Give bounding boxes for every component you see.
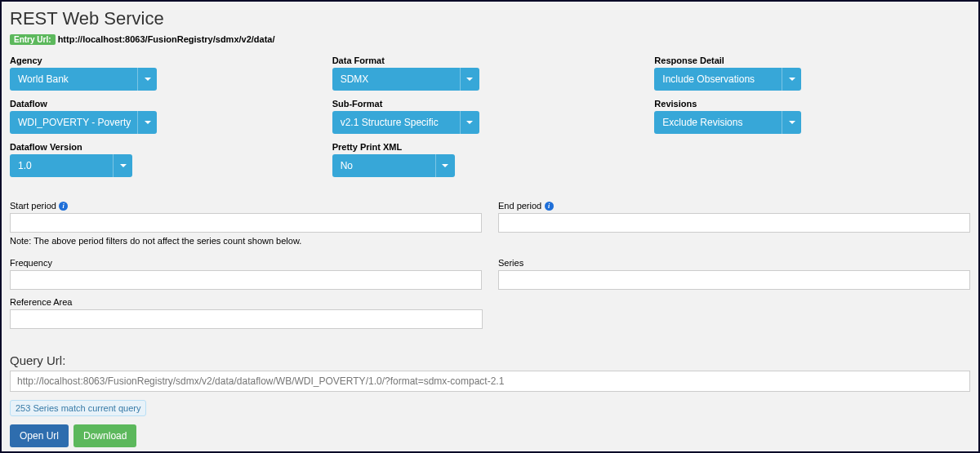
chevron-down-icon <box>120 164 127 167</box>
format-select[interactable]: SDMX <box>332 68 460 91</box>
start-period-input[interactable] <box>10 213 482 233</box>
download-button[interactable]: Download <box>74 424 136 447</box>
agency-label: Agency <box>10 56 326 65</box>
dataflow-caret[interactable] <box>137 111 157 134</box>
period-note: Note: The above period filters do not af… <box>10 236 970 246</box>
version-caret[interactable] <box>113 154 132 177</box>
frequency-input[interactable] <box>10 270 482 290</box>
version-select[interactable]: 1.0 <box>10 154 113 177</box>
dataflow-label: Dataflow <box>10 99 326 109</box>
series-label: Series <box>498 258 523 268</box>
entry-url-badge: Entry Url: <box>10 34 56 45</box>
open-url-button[interactable]: Open Url <box>10 424 69 447</box>
entry-url-text: http://localhost:8063/FusionRegistry/sdm… <box>58 34 275 44</box>
frequency-label: Frequency <box>10 258 52 268</box>
subformat-label: Sub-Format <box>332 99 648 109</box>
format-caret[interactable] <box>460 68 479 91</box>
chevron-down-icon <box>789 121 795 124</box>
chevron-down-icon <box>789 78 795 81</box>
query-url-input[interactable] <box>10 371 970 392</box>
chevron-down-icon <box>466 121 473 124</box>
revisions-label: Revisions <box>654 99 970 109</box>
pretty-label: Pretty Print XML <box>332 142 648 152</box>
subformat-select[interactable]: v2.1 Structure Specific <box>332 111 460 134</box>
series-input[interactable] <box>498 270 970 290</box>
version-label: Dataflow Version <box>10 142 326 152</box>
query-url-label: Query Url: <box>10 353 970 367</box>
format-label: Data Format <box>332 56 648 65</box>
revisions-select[interactable]: Exclude Revisions <box>654 111 782 134</box>
refarea-label: Reference Area <box>10 297 72 307</box>
agency-caret[interactable] <box>137 68 157 91</box>
series-count-badge: 253 Series match current query <box>10 400 146 416</box>
chevron-down-icon <box>442 164 448 167</box>
chevron-down-icon <box>145 121 151 124</box>
info-icon[interactable]: i <box>59 202 68 211</box>
start-period-label: Start period <box>10 201 56 211</box>
detail-label: Response Detail <box>654 56 970 65</box>
end-period-input[interactable] <box>498 213 970 233</box>
end-period-label: End period <box>498 201 541 211</box>
entry-url-row: Entry Url: http://localhost:8063/FusionR… <box>10 34 970 44</box>
refarea-input[interactable] <box>10 309 483 329</box>
revisions-caret[interactable] <box>782 111 801 134</box>
page-title: REST Web Service <box>10 8 970 29</box>
chevron-down-icon <box>145 78 151 81</box>
agency-select[interactable]: World Bank <box>10 68 137 91</box>
info-icon[interactable]: i <box>545 202 554 211</box>
dataflow-select[interactable]: WDI_POVERTY - Poverty <box>10 111 137 134</box>
pretty-caret[interactable] <box>435 154 455 177</box>
detail-caret[interactable] <box>782 68 801 91</box>
pretty-select[interactable]: No <box>332 154 435 177</box>
chevron-down-icon <box>466 78 473 81</box>
detail-select[interactable]: Include Observations <box>654 68 782 91</box>
subformat-caret[interactable] <box>460 111 479 134</box>
